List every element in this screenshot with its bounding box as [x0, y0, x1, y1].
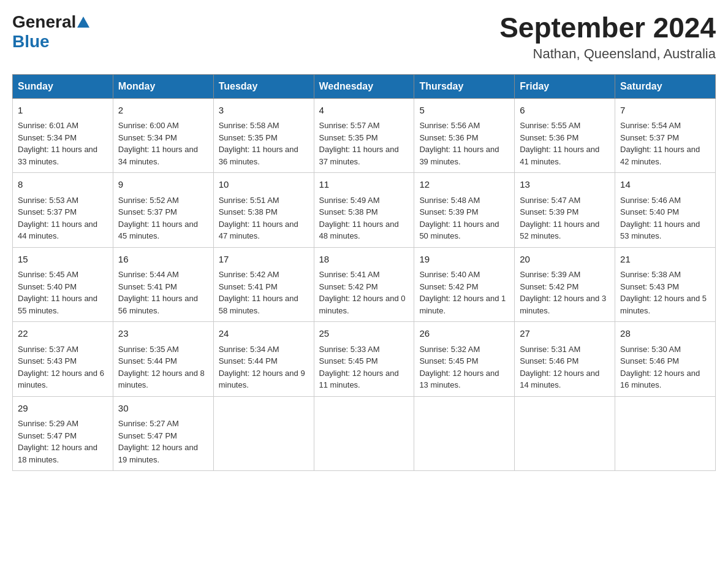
day-number: 27: [520, 327, 610, 341]
day-number: 18: [319, 253, 409, 267]
calendar-cell: [615, 396, 716, 471]
day-number: 30: [118, 402, 208, 416]
day-info: Sunrise: 5:31 AMSunset: 5:46 PMDaylight:…: [520, 343, 610, 391]
day-info: Sunrise: 5:38 AMSunset: 5:43 PMDaylight:…: [620, 269, 710, 316]
day-info: Sunrise: 5:33 AMSunset: 5:45 PMDaylight:…: [319, 343, 409, 391]
calendar-cell: 22 Sunrise: 5:37 AMSunset: 5:43 PMDaylig…: [13, 322, 113, 397]
calendar-cell: 20 Sunrise: 5:39 AMSunset: 5:42 PMDaylig…: [515, 247, 615, 322]
calendar-week-row: 22 Sunrise: 5:37 AMSunset: 5:43 PMDaylig…: [13, 322, 716, 397]
calendar-cell: 19 Sunrise: 5:40 AMSunset: 5:42 PMDaylig…: [414, 247, 515, 322]
weekday-header-monday: Monday: [113, 74, 213, 98]
day-info: Sunrise: 5:58 AMSunset: 5:35 PMDaylight:…: [219, 120, 309, 167]
day-number: 12: [419, 178, 509, 192]
logo-triangle-icon: [77, 15, 90, 29]
calendar-week-row: 1 Sunrise: 6:01 AMSunset: 5:34 PMDayligh…: [13, 98, 716, 173]
calendar-week-row: 29 Sunrise: 5:29 AMSunset: 5:47 PMDaylig…: [13, 396, 716, 471]
day-number: 6: [520, 104, 610, 118]
day-info: Sunrise: 5:41 AMSunset: 5:42 PMDaylight:…: [319, 269, 409, 316]
day-number: 17: [219, 253, 309, 267]
day-number: 23: [118, 327, 208, 341]
day-info: Sunrise: 5:46 AMSunset: 5:40 PMDaylight:…: [620, 194, 710, 242]
day-info: Sunrise: 5:47 AMSunset: 5:39 PMDaylight:…: [520, 194, 610, 242]
day-number: 8: [18, 178, 108, 192]
calendar-week-row: 8 Sunrise: 5:53 AMSunset: 5:37 PMDayligh…: [13, 173, 716, 248]
calendar-cell: 3 Sunrise: 5:58 AMSunset: 5:35 PMDayligh…: [213, 98, 314, 173]
calendar-cell: 13 Sunrise: 5:47 AMSunset: 5:39 PMDaylig…: [515, 173, 615, 248]
title-area: September 2024 Nathan, Queensland, Austr…: [499, 12, 716, 62]
calendar-cell: 10 Sunrise: 5:51 AMSunset: 5:38 PMDaylig…: [213, 173, 314, 248]
page-header: General Blue September 2024 Nathan, Quee…: [12, 12, 716, 62]
day-number: 11: [319, 178, 409, 192]
day-number: 7: [620, 104, 710, 118]
calendar-cell: 7 Sunrise: 5:54 AMSunset: 5:37 PMDayligh…: [615, 98, 716, 173]
calendar-week-row: 15 Sunrise: 5:45 AMSunset: 5:40 PMDaylig…: [13, 247, 716, 322]
day-info: Sunrise: 5:35 AMSunset: 5:44 PMDaylight:…: [118, 343, 208, 391]
calendar-cell: 9 Sunrise: 5:52 AMSunset: 5:37 PMDayligh…: [113, 173, 213, 248]
day-number: 15: [18, 253, 108, 267]
day-number: 5: [419, 104, 509, 118]
calendar-cell: [314, 396, 414, 471]
day-number: 13: [520, 178, 610, 192]
calendar-cell: 17 Sunrise: 5:42 AMSunset: 5:41 PMDaylig…: [213, 247, 314, 322]
logo: General Blue: [12, 12, 90, 52]
day-number: 26: [419, 327, 509, 341]
weekday-header-friday: Friday: [515, 74, 615, 98]
calendar-cell: 16 Sunrise: 5:44 AMSunset: 5:41 PMDaylig…: [113, 247, 213, 322]
weekday-header-thursday: Thursday: [414, 74, 515, 98]
day-info: Sunrise: 5:49 AMSunset: 5:38 PMDaylight:…: [319, 194, 409, 242]
day-info: Sunrise: 5:42 AMSunset: 5:41 PMDaylight:…: [219, 269, 309, 316]
calendar-cell: 25 Sunrise: 5:33 AMSunset: 5:45 PMDaylig…: [314, 322, 414, 397]
calendar-table: SundayMondayTuesdayWednesdayThursdayFrid…: [12, 74, 716, 472]
calendar-cell: 15 Sunrise: 5:45 AMSunset: 5:40 PMDaylig…: [13, 247, 113, 322]
calendar-cell: 6 Sunrise: 5:55 AMSunset: 5:36 PMDayligh…: [515, 98, 615, 173]
day-number: 9: [118, 178, 208, 192]
day-info: Sunrise: 5:39 AMSunset: 5:42 PMDaylight:…: [520, 269, 610, 316]
logo-general-text: General: [12, 12, 76, 32]
calendar-cell: 18 Sunrise: 5:41 AMSunset: 5:42 PMDaylig…: [314, 247, 414, 322]
day-number: 16: [118, 253, 208, 267]
day-info: Sunrise: 5:30 AMSunset: 5:46 PMDaylight:…: [620, 343, 710, 391]
calendar-cell: [213, 396, 314, 471]
day-info: Sunrise: 6:01 AMSunset: 5:34 PMDaylight:…: [18, 120, 108, 167]
day-info: Sunrise: 5:55 AMSunset: 5:36 PMDaylight:…: [520, 120, 610, 167]
calendar-cell: 2 Sunrise: 6:00 AMSunset: 5:34 PMDayligh…: [113, 98, 213, 173]
calendar-cell: 12 Sunrise: 5:48 AMSunset: 5:39 PMDaylig…: [414, 173, 515, 248]
day-number: 19: [419, 253, 509, 267]
day-info: Sunrise: 5:34 AMSunset: 5:44 PMDaylight:…: [219, 343, 309, 391]
day-info: Sunrise: 6:00 AMSunset: 5:34 PMDaylight:…: [118, 120, 208, 167]
month-year-title: September 2024: [499, 12, 716, 44]
location-subtitle: Nathan, Queensland, Australia: [499, 46, 716, 62]
calendar-cell: 27 Sunrise: 5:31 AMSunset: 5:46 PMDaylig…: [515, 322, 615, 397]
calendar-cell: 4 Sunrise: 5:57 AMSunset: 5:35 PMDayligh…: [314, 98, 414, 173]
calendar-cell: 30 Sunrise: 5:27 AMSunset: 5:47 PMDaylig…: [113, 396, 213, 471]
calendar-cell: [515, 396, 615, 471]
day-number: 14: [620, 178, 710, 192]
day-number: 10: [219, 178, 309, 192]
day-info: Sunrise: 5:56 AMSunset: 5:36 PMDaylight:…: [419, 120, 509, 167]
day-info: Sunrise: 5:45 AMSunset: 5:40 PMDaylight:…: [18, 269, 108, 316]
logo-blue-text: Blue: [12, 32, 50, 51]
day-number: 1: [18, 104, 108, 118]
weekday-header-wednesday: Wednesday: [314, 74, 414, 98]
day-info: Sunrise: 5:52 AMSunset: 5:37 PMDaylight:…: [118, 194, 208, 242]
svg-marker-0: [77, 17, 89, 28]
weekday-header-row: SundayMondayTuesdayWednesdayThursdayFrid…: [13, 74, 716, 98]
day-info: Sunrise: 5:27 AMSunset: 5:47 PMDaylight:…: [118, 418, 208, 465]
day-number: 21: [620, 253, 710, 267]
day-number: 4: [319, 104, 409, 118]
calendar-cell: 8 Sunrise: 5:53 AMSunset: 5:37 PMDayligh…: [13, 173, 113, 248]
weekday-header-tuesday: Tuesday: [213, 74, 314, 98]
day-number: 24: [219, 327, 309, 341]
calendar-cell: [414, 396, 515, 471]
calendar-cell: 29 Sunrise: 5:29 AMSunset: 5:47 PMDaylig…: [13, 396, 113, 471]
day-number: 22: [18, 327, 108, 341]
day-number: 29: [18, 402, 108, 416]
calendar-cell: 23 Sunrise: 5:35 AMSunset: 5:44 PMDaylig…: [113, 322, 213, 397]
day-info: Sunrise: 5:54 AMSunset: 5:37 PMDaylight:…: [620, 120, 710, 167]
day-info: Sunrise: 5:44 AMSunset: 5:41 PMDaylight:…: [118, 269, 208, 316]
calendar-cell: 26 Sunrise: 5:32 AMSunset: 5:45 PMDaylig…: [414, 322, 515, 397]
weekday-header-saturday: Saturday: [615, 74, 716, 98]
calendar-cell: 28 Sunrise: 5:30 AMSunset: 5:46 PMDaylig…: [615, 322, 716, 397]
day-number: 3: [219, 104, 309, 118]
day-info: Sunrise: 5:29 AMSunset: 5:47 PMDaylight:…: [18, 418, 108, 465]
